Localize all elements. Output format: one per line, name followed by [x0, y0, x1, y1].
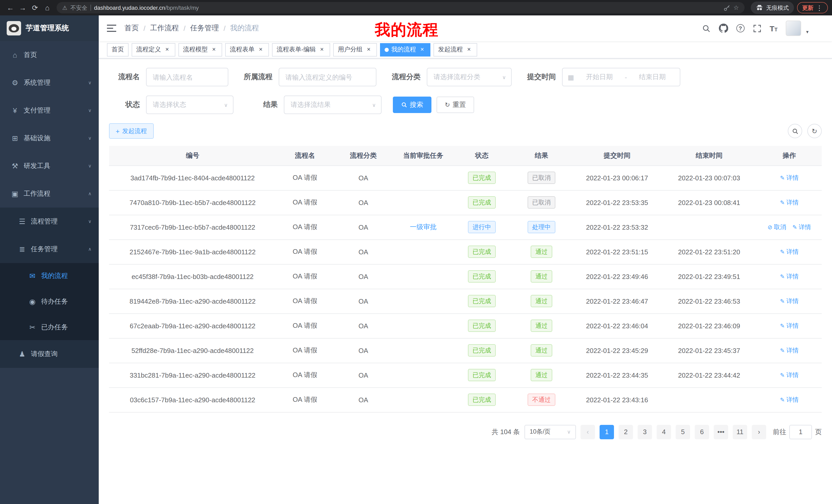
status-select[interactable]: 请选择状态 ∨	[146, 95, 233, 114]
sidebar-item-leave-query[interactable]: ♟请假查询	[0, 340, 99, 368]
detail-button[interactable]: ✎详情	[780, 173, 799, 182]
sidebar-item-process-manage[interactable]: ☰流程管理∨	[0, 207, 99, 235]
menu-kebab-icon[interactable]: ⋮	[816, 4, 823, 11]
sidebar-item-dev-tools[interactable]: ⚒研发工具∨	[0, 152, 99, 180]
cell-category: OA	[334, 190, 393, 215]
font-size-icon[interactable]: TT	[770, 24, 778, 33]
refresh-icon: ↻	[445, 101, 450, 108]
sidebar-item-done-task[interactable]: ✂已办任务	[0, 314, 99, 340]
security-label[interactable]: 不安全	[71, 4, 87, 11]
breadcrumb-workflow[interactable]: 工作流程	[150, 24, 179, 33]
tab-process-model[interactable]: 流程模型×	[178, 43, 222, 56]
sidebar-item-my-process[interactable]: ✉我的流程	[0, 263, 99, 289]
detail-button[interactable]: ✎详情	[780, 395, 799, 404]
close-icon[interactable]: ×	[318, 46, 326, 53]
sidebar-item-home[interactable]: ⌂首页	[0, 41, 99, 69]
detail-button[interactable]: ✎详情	[780, 272, 799, 281]
search-icon[interactable]	[702, 24, 711, 33]
close-icon[interactable]: ×	[163, 46, 171, 53]
detail-button[interactable]: ✎详情	[780, 198, 799, 207]
pagination-page-1[interactable]: 1	[600, 425, 614, 439]
process-name-field	[146, 68, 228, 86]
update-button[interactable]: 更新 ⋮	[797, 2, 828, 13]
page-size-select[interactable]: 10条/页 ∨	[524, 425, 576, 439]
detail-button[interactable]: ✎详情	[780, 247, 799, 256]
pagination-page-11[interactable]: 11	[733, 425, 747, 439]
tab-home[interactable]: 首页	[107, 43, 129, 56]
result-select[interactable]: 请选择流结果 ∨	[284, 95, 382, 114]
col-actions: 操作	[757, 146, 822, 165]
fullscreen-icon[interactable]	[753, 24, 761, 33]
pagination-page-4[interactable]: 4	[657, 425, 671, 439]
process-name-input[interactable]	[153, 73, 222, 81]
submit-time-range[interactable]: ▦ 开始日期 - 结束日期	[562, 68, 680, 86]
refresh-table-button[interactable]: ↻	[807, 124, 822, 138]
status-badge: 已完成	[468, 344, 496, 357]
tab-start-process[interactable]: 发起流程×	[434, 43, 477, 56]
pagination-more[interactable]: •••	[714, 425, 728, 439]
pagination-prev[interactable]: ‹	[580, 425, 595, 439]
incognito-badge[interactable]: 无痕模式	[751, 2, 794, 14]
current-task-link[interactable]: 一级审批	[410, 223, 437, 231]
pagination-page-6[interactable]: 6	[695, 425, 709, 439]
detail-button[interactable]: ✎详情	[780, 321, 799, 330]
tab-process-form[interactable]: 流程表单×	[225, 43, 269, 56]
detail-button[interactable]: ✎详情	[780, 346, 799, 355]
password-key-icon[interactable]	[724, 4, 730, 11]
col-category: 流程分类	[334, 146, 393, 165]
tab-process-definition[interactable]: 流程定义×	[132, 43, 175, 56]
hamburger-icon[interactable]	[107, 24, 116, 32]
reload-icon[interactable]: ⟳	[29, 2, 41, 14]
update-label: 更新	[802, 4, 813, 11]
detail-button[interactable]: ✎详情	[780, 297, 799, 305]
forward-icon[interactable]: →	[17, 2, 29, 14]
address-bar[interactable]: ⚠ 不安全 dashboard.yudao.iocoder.cn/bpm/tas…	[57, 2, 745, 13]
pagination-page-3[interactable]: 3	[638, 425, 652, 439]
tab-my-process[interactable]: 我的流程×	[380, 43, 431, 56]
sidebar-item-todo-task[interactable]: ◉待办任务	[0, 289, 99, 314]
reset-button[interactable]: ↻ 重置	[437, 96, 474, 113]
category-select[interactable]: 请选择流程分类 ∨	[427, 68, 512, 86]
end-date-placeholder[interactable]: 结束日期	[630, 73, 675, 82]
help-icon[interactable]: ?	[736, 24, 745, 32]
close-icon[interactable]: ×	[419, 46, 426, 53]
toggle-search-button[interactable]	[788, 124, 802, 138]
pagination-page-2[interactable]: 2	[619, 425, 633, 439]
sidebar-item-infrastructure[interactable]: ⊞基础设施∨	[0, 124, 99, 152]
sidebar-item-system[interactable]: ⚙系统管理∨	[0, 69, 99, 96]
table-row: 7317cec6-7b9b-11ec-b5b7-acde48001122OA 请…	[109, 215, 822, 240]
table-row: 819442e8-7b9a-11ec-a290-acde48001122OA 请…	[109, 289, 822, 313]
sidebar-item-workflow[interactable]: ▣工作流程∧	[0, 180, 99, 207]
cell-process-name: OA 请假	[276, 387, 334, 412]
browser-home-icon[interactable]: ⌂	[41, 2, 53, 14]
tab-process-form-edit[interactable]: 流程表单-编辑×	[272, 43, 330, 56]
briefcase-icon: ▣	[10, 190, 20, 198]
bookmark-star-icon[interactable]: ☆	[733, 4, 739, 11]
breadcrumb-home[interactable]: 首页	[125, 24, 139, 33]
tab-user-group[interactable]: 用户分组×	[333, 43, 377, 56]
close-icon[interactable]: ×	[465, 46, 473, 53]
detail-button[interactable]: ✎详情	[792, 223, 811, 231]
close-icon[interactable]: ×	[210, 46, 217, 53]
cancel-button[interactable]: ⊘取消	[768, 223, 786, 231]
app-logo[interactable]: 芋道管理系统	[0, 16, 99, 41]
tools-icon: ⚒	[10, 162, 20, 170]
cell-submit-time: 2022-01-22 23:53:32	[573, 215, 661, 240]
breadcrumb-task-manage[interactable]: 任务管理	[190, 24, 219, 33]
detail-button[interactable]: ✎详情	[780, 371, 799, 380]
pagination-next[interactable]: ›	[752, 425, 766, 439]
pagination-page-5[interactable]: 5	[676, 425, 690, 439]
github-icon[interactable]	[719, 24, 728, 33]
sidebar-item-payment[interactable]: ¥支付管理∨	[0, 96, 99, 124]
owner-process-input[interactable]	[285, 73, 370, 81]
start-process-button[interactable]: + 发起流程	[109, 123, 154, 139]
sidebar-item-task-manage[interactable]: ≣任务管理∧	[0, 235, 99, 263]
goto-page-input[interactable]	[789, 425, 812, 439]
search-button[interactable]: 搜索	[393, 96, 432, 113]
back-icon[interactable]: ←	[4, 2, 17, 14]
avatar[interactable]	[786, 21, 801, 36]
start-date-placeholder[interactable]: 开始日期	[577, 73, 622, 82]
close-icon[interactable]: ×	[257, 46, 264, 53]
close-icon[interactable]: ×	[365, 46, 372, 53]
sidebar-item-label: 基础设施	[24, 134, 50, 143]
